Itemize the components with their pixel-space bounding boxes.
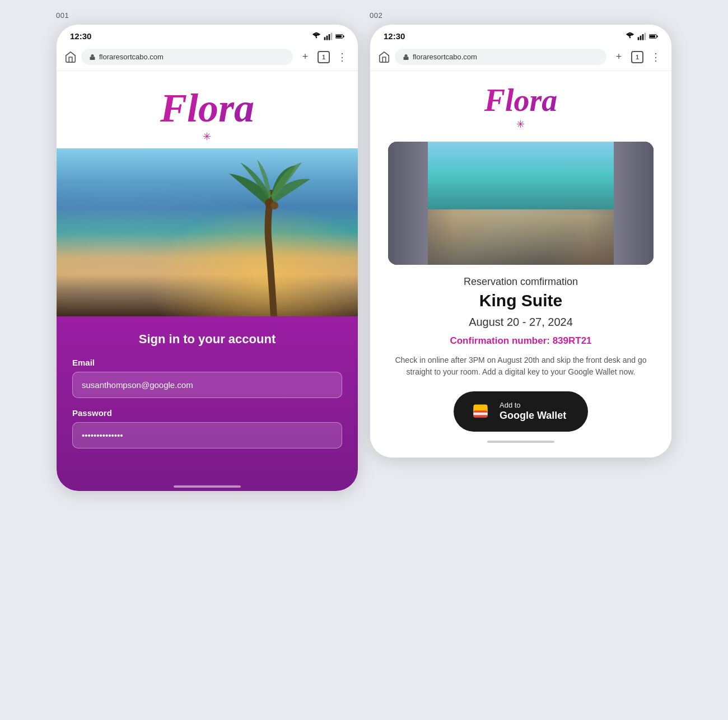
password-label: Password [72,408,342,418]
screen1-wrapper: 001 12:30 [56,11,358,492]
wallet-icon [469,400,492,423]
room-name: King Suite [479,291,562,310]
svg-rect-5 [336,35,342,38]
home-icon-2[interactable] [378,51,390,63]
snowflake-2: ✳ [516,118,525,130]
phone1: 12:30 [56,24,358,492]
svg-rect-2 [329,34,330,40]
phone2: 12:30 [370,24,672,458]
svg-rect-0 [324,37,326,40]
status-bar-1: 12:30 [57,25,358,44]
svg-point-9 [270,202,278,209]
signal-icon-2 [637,32,646,41]
battery-icon-2 [649,32,658,41]
phone2-page-content: Flora ✳ Reservation comfirmation King Su… [370,71,671,457]
palm-tree-icon [223,160,324,316]
svg-rect-15 [650,35,655,38]
reservation-label: Reservation comfirmation [464,276,578,288]
email-input[interactable] [72,372,342,398]
flora-logo-2: Flora [484,85,558,116]
svg-rect-13 [645,32,646,40]
flora-logo-1: Flora [160,88,254,128]
room-image-inner [388,142,653,265]
wallet-add-to-label: Add to [500,401,521,410]
google-wallet-icon [470,401,491,422]
room-image [388,142,653,265]
browser-chrome-1: floraresortcabo.com + 1 ⋮ [57,44,358,71]
new-tab-button-2[interactable]: + [611,49,627,65]
screen2-number: 002 [370,11,382,20]
svg-rect-17 [404,57,409,60]
status-time-2: 12:30 [384,31,405,41]
password-input[interactable] [72,422,342,448]
date-range: August 20 - 27, 2024 [469,316,573,329]
checkin-info: Check in online after 3PM on August 20th… [370,354,671,378]
hero-beach-image [57,148,358,316]
home-bar-1 [174,485,241,488]
tab-count-2[interactable]: 1 [631,51,643,63]
sign-in-section: Sign in to your account Email Password [57,316,358,481]
status-bar-2: 12:30 [370,25,671,44]
window-view [428,142,613,209]
home-icon[interactable] [64,51,77,63]
url-bar-2[interactable]: floraresortcabo.com [395,49,606,65]
home-indicator-1 [57,481,358,491]
confirmation-number: Confirmation number: 839RT21 [450,335,591,347]
svg-rect-22 [473,413,487,415]
menu-button[interactable]: ⋮ [334,49,350,65]
wallet-name-label: Google Wallet [500,410,566,422]
add-to-google-wallet-button[interactable]: Add to Google Wallet [454,391,588,432]
url-bar-1[interactable]: floraresortcabo.com [81,49,293,65]
svg-rect-10 [638,37,640,40]
signal-icon [324,32,333,41]
logo-section-2: Flora ✳ [473,71,569,135]
browser-toolbar-2: floraresortcabo.com + 1 ⋮ [378,49,664,65]
svg-rect-16 [657,35,658,37]
status-time-1: 12:30 [70,31,91,41]
svg-rect-1 [326,35,328,40]
email-label: Email [72,358,342,367]
home-bar-2 [487,441,554,443]
url-text-1: floraresortcabo.com [99,53,285,61]
svg-rect-6 [343,35,344,37]
browser-toolbar-1: floraresortcabo.com + 1 ⋮ [64,49,350,65]
browser-chrome-2: floraresortcabo.com + 1 ⋮ [370,44,671,71]
wallet-text: Add to Google Wallet [500,401,566,422]
home-indicator-2 [370,432,671,446]
svg-rect-3 [331,32,333,40]
new-tab-button[interactable]: + [297,49,313,65]
screen2-wrapper: 002 12:30 [370,11,672,458]
status-icons-2 [626,32,658,41]
url-text-2: floraresortcabo.com [413,53,599,61]
phone1-page-content: Flora ✳ [57,71,358,491]
lock-icon [89,54,96,60]
wifi-icon-2 [626,32,634,41]
status-icons-1 [312,32,344,41]
battery-icon [335,32,344,41]
svg-rect-7 [90,57,95,60]
screen1-number: 001 [56,11,69,20]
logo-section-1: Flora ✳ [149,71,265,148]
snowflake-1: ✳ [203,130,211,143]
menu-button-2[interactable]: ⋮ [648,49,664,65]
svg-rect-11 [640,35,642,40]
svg-rect-12 [642,34,644,40]
wifi-icon [312,32,321,41]
tab-count[interactable]: 1 [318,51,330,63]
lock-icon-2 [403,54,409,60]
sign-in-title: Sign in to your account [72,332,342,347]
